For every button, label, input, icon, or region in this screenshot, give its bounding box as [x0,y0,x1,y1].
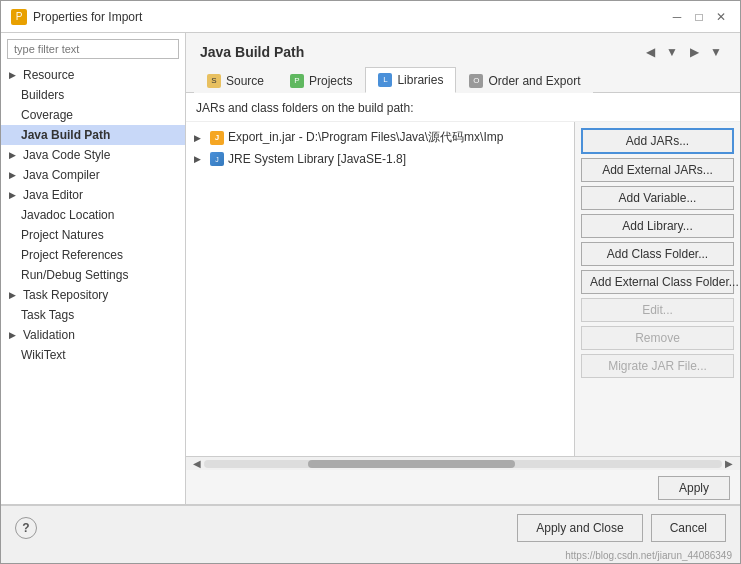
right-panel: Java Build Path ◀ ▼ ▶ ▼ S Source P Proje… [186,33,740,504]
main-content: ▶ Resource Builders Coverage Java Build … [1,33,740,504]
add-jars-button[interactable]: Add JARs... [581,128,734,154]
help-button[interactable]: ? [15,517,37,539]
tab-label: Source [226,74,264,88]
tree-panel: ▶ J Export_in.jar - D:\Program Files\Jav… [186,122,575,456]
content-description: JARs and class folders on the build path… [186,93,740,122]
sidebar-item-validation[interactable]: ▶ Validation [1,325,185,345]
minimize-button[interactable]: ─ [668,8,686,26]
sidebar-item-builders[interactable]: Builders [1,85,185,105]
sidebar-item-label: Project References [21,248,123,262]
nav-forward-dropdown-button[interactable]: ▼ [706,43,726,61]
nav-buttons: ◀ ▼ ▶ ▼ [640,43,726,61]
tree-item-export-jar[interactable]: ▶ J Export_in.jar - D:\Program Files\Jav… [186,126,574,149]
sidebar-item-java-code-style[interactable]: ▶ Java Code Style [1,145,185,165]
buttons-panel: Add JARs... Add External JARs... Add Var… [575,122,740,456]
title-bar-controls: ─ □ ✕ [668,8,730,26]
source-tab-icon: S [207,74,221,88]
remove-button[interactable]: Remove [581,326,734,350]
nav-dropdown-button[interactable]: ▼ [662,43,682,61]
title-bar-left: P Properties for Import [11,9,142,25]
jar-icon: J [210,131,224,145]
apply-row: Apply [186,470,740,504]
main-window: P Properties for Import ─ □ ✕ ▶ Resource… [0,0,741,564]
tab-source[interactable]: S Source [194,67,277,93]
tab-projects[interactable]: P Projects [277,67,365,93]
migrate-jar-button[interactable]: Migrate JAR File... [581,354,734,378]
tab-libraries[interactable]: L Libraries [365,67,456,93]
sidebar-item-label: Java Editor [23,188,83,202]
nav-back-button[interactable]: ◀ [640,43,660,61]
sidebar-item-wikitext[interactable]: WikiText [1,345,185,365]
scroll-left-button[interactable]: ◀ [190,457,204,471]
scroll-track[interactable] [204,460,722,468]
arrow-icon: ▶ [9,170,19,180]
edit-button[interactable]: Edit... [581,298,734,322]
tree-arrow-icon: ▶ [194,133,206,143]
nav-forward-button[interactable]: ▶ [684,43,704,61]
add-library-button[interactable]: Add Library... [581,214,734,238]
footer-left: ? [15,517,37,539]
apply-and-close-button[interactable]: Apply and Close [517,514,642,542]
tree-arrow-icon: ▶ [194,154,206,164]
cancel-button[interactable]: Cancel [651,514,726,542]
sidebar-item-label: Validation [23,328,75,342]
jre-icon: J [210,152,224,166]
tab-label: Projects [309,74,352,88]
tree-item-text: Export_in.jar - D:\Program Files\Java\源代… [228,129,503,146]
arrow-icon: ▶ [9,70,19,80]
add-variable-button[interactable]: Add Variable... [581,186,734,210]
sidebar-item-label: Project Natures [21,228,104,242]
sidebar-item-task-tags[interactable]: Task Tags [1,305,185,325]
sidebar-item-label: Run/Debug Settings [21,268,128,282]
sidebar-item-label: Task Repository [23,288,108,302]
sidebar-item-task-repository[interactable]: ▶ Task Repository [1,285,185,305]
content-area: JARs and class folders on the build path… [186,93,740,470]
sidebar-item-label: Java Code Style [23,148,110,162]
bottom-panel: ? Apply and Close Cancel https://blog.cs… [1,504,740,563]
title-bar: P Properties for Import ─ □ ✕ [1,1,740,33]
sidebar-item-javadoc-location[interactable]: Javadoc Location [1,205,185,225]
tab-label: Libraries [397,73,443,87]
maximize-button[interactable]: □ [690,8,708,26]
scroll-right-button[interactable]: ▶ [722,457,736,471]
apply-button[interactable]: Apply [658,476,730,500]
arrow-icon: ▶ [9,190,19,200]
window-title: Properties for Import [33,10,142,24]
sidebar-item-coverage[interactable]: Coverage [1,105,185,125]
scroll-thumb [308,460,515,468]
order-tab-icon: O [469,74,483,88]
add-external-class-folder-button[interactable]: Add External Class Folder... [581,270,734,294]
horizontal-scrollbar[interactable]: ◀ ▶ [186,456,740,470]
sidebar-item-java-compiler[interactable]: ▶ Java Compiler [1,165,185,185]
close-button[interactable]: ✕ [712,8,730,26]
tab-order-export[interactable]: O Order and Export [456,67,593,93]
tree-item-text: JRE System Library [JavaSE-1.8] [228,152,406,166]
add-external-jars-button[interactable]: Add External JARs... [581,158,734,182]
sidebar-item-label: Resource [23,68,74,82]
sidebar-item-project-natures[interactable]: Project Natures [1,225,185,245]
sidebar-item-label: Builders [21,88,64,102]
panel-title: Java Build Path [200,44,304,60]
sidebar-item-label: Coverage [21,108,73,122]
arrow-icon: ▶ [9,330,19,340]
tabs-bar: S Source P Projects L Libraries O Order … [186,67,740,93]
sidebar-item-label: Java Build Path [21,128,110,142]
tree-item-jre-library[interactable]: ▶ J JRE System Library [JavaSE-1.8] [186,149,574,169]
sidebar-item-java-editor[interactable]: ▶ Java Editor [1,185,185,205]
sidebar-item-label: Task Tags [21,308,74,322]
content-body: ▶ J Export_in.jar - D:\Program Files\Jav… [186,122,740,456]
sidebar-item-run-debug[interactable]: Run/Debug Settings [1,265,185,285]
sidebar-tree: ▶ Resource Builders Coverage Java Build … [1,65,185,504]
sidebar-item-label: Javadoc Location [21,208,114,222]
window-icon: P [11,9,27,25]
sidebar-item-label: Java Compiler [23,168,100,182]
sidebar-item-java-build-path[interactable]: Java Build Path [1,125,185,145]
projects-tab-icon: P [290,74,304,88]
filter-input[interactable] [7,39,179,59]
sidebar-item-project-references[interactable]: Project References [1,245,185,265]
libraries-tab-icon: L [378,73,392,87]
sidebar-item-resource[interactable]: ▶ Resource [1,65,185,85]
add-class-folder-button[interactable]: Add Class Folder... [581,242,734,266]
sidebar-item-label: WikiText [21,348,66,362]
watermark: https://blog.csdn.net/jiarun_44086349 [1,550,740,563]
